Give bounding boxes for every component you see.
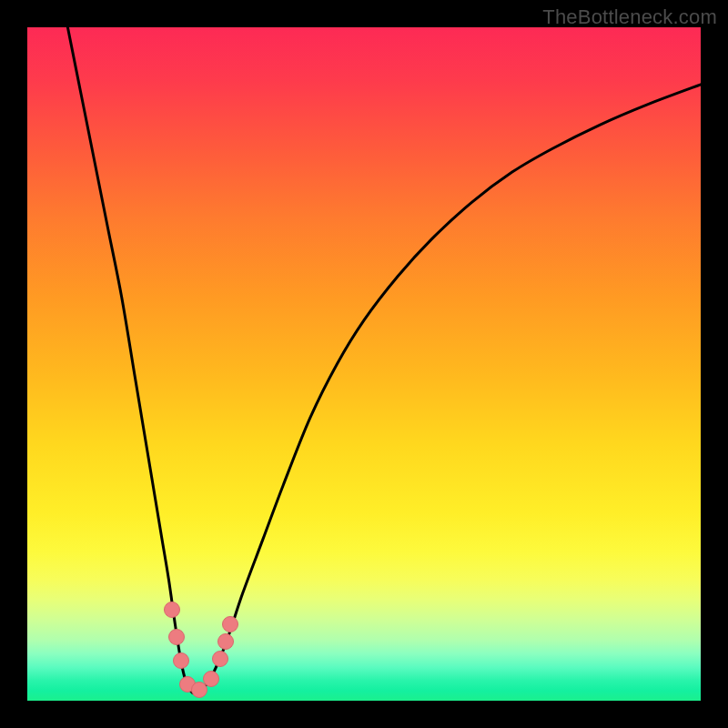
data-point-marker bbox=[173, 652, 189, 669]
data-point-marker bbox=[222, 616, 238, 632]
data-point-marker bbox=[168, 629, 185, 645]
plot-area bbox=[27, 27, 701, 701]
data-point-marker bbox=[164, 602, 180, 618]
data-point-marker bbox=[203, 671, 219, 687]
chart-frame: TheBottleneck.com bbox=[0, 0, 728, 728]
data-point-marker bbox=[212, 651, 228, 667]
bottleneck-curve bbox=[27, 27, 701, 701]
watermark-text: TheBottleneck.com bbox=[542, 5, 717, 29]
data-point-marker bbox=[217, 633, 234, 650]
